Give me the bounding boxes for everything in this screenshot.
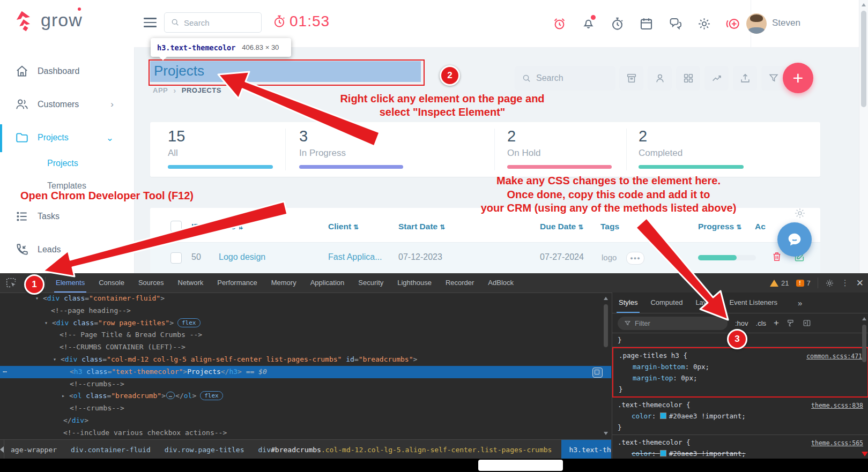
rule-selector[interactable]: .text-themecolor { — [618, 401, 690, 409]
breadcrumb-app[interactable]: APP — [153, 86, 168, 94]
cell-client-link[interactable]: Fast Applica... — [328, 252, 382, 262]
global-search-input[interactable]: Search — [164, 12, 262, 33]
flex-badge[interactable]: flex — [177, 318, 201, 327]
devtools-tab-lighthouse[interactable]: Lighthouse — [390, 273, 439, 293]
dom-node[interactable]: ▸<ol class="breadcrumb">…</ol>flex — [0, 390, 611, 402]
col-start-date[interactable]: Start Date⇅ — [398, 222, 445, 231]
rule-source-link[interactable]: common.scss:471 — [806, 351, 862, 362]
clients-button[interactable] — [648, 66, 672, 91]
col-due-date[interactable]: Due Date⇅ — [540, 222, 583, 231]
devtools-tab-recorder[interactable]: Recorder — [439, 273, 481, 293]
add-project-button[interactable]: + — [783, 63, 813, 93]
devtools-tab-memory[interactable]: Memory — [264, 273, 303, 293]
calendar-icon[interactable] — [639, 17, 654, 31]
devtools-tab-network[interactable]: Network — [171, 273, 211, 293]
dom-comment[interactable]: <!-- Page Title & Bread Crumbs --> — [0, 329, 611, 341]
tab-event-listeners[interactable]: Event Listeners — [723, 293, 784, 313]
devtools-settings-icon[interactable] — [825, 279, 834, 288]
color-swatch[interactable] — [660, 413, 666, 419]
widget-settings-icon[interactable] — [793, 207, 806, 220]
cell-title-link[interactable]: Logo design — [219, 252, 265, 262]
rule-selector[interactable]: .page-titles h3 { — [619, 351, 687, 359]
select-all-checkbox[interactable] — [170, 221, 182, 232]
crumb-container-fluid[interactable]: div.container-fluid — [71, 446, 151, 454]
new-rule-button[interactable]: + — [774, 318, 779, 328]
col-actions[interactable]: Ac — [755, 222, 766, 231]
tab-styles[interactable]: Styles — [612, 293, 644, 313]
export-button[interactable] — [733, 66, 757, 91]
rule-selector[interactable]: .text-themecolor { — [618, 438, 690, 446]
devtools-tab-sources[interactable]: Sources — [131, 273, 171, 293]
inspect-element-icon[interactable] — [5, 277, 17, 289]
dom-node[interactable]: ▾<div class="container-fluid"> — [0, 293, 611, 305]
devtools-tab-performance[interactable]: Performance — [210, 273, 264, 293]
row-checkbox[interactable] — [170, 252, 182, 264]
sidebar-item-projects[interactable]: Projects ⌄ — [0, 127, 134, 148]
css-property[interactable]: margin-top: 0px; — [619, 372, 863, 384]
scrollbar-thumb[interactable] — [604, 304, 608, 347]
devtools-tab-console[interactable]: Console — [92, 273, 131, 293]
crumb-breadcrumbs-div[interactable]: div#breadcrumbs.col-md-12.col-lg-5.align… — [258, 446, 552, 454]
devtools-tab-application[interactable]: Application — [303, 273, 352, 293]
settings-icon[interactable] — [697, 17, 711, 31]
devtools-tab-adblock[interactable]: AdBlock — [481, 273, 521, 293]
dom-comment[interactable]: <!--include various checkbox actions--> — [0, 427, 611, 439]
dom-comment[interactable]: <!--crumbs--> — [0, 402, 611, 415]
delete-icon[interactable] — [771, 251, 783, 263]
app-logo[interactable]: grow — [12, 6, 83, 33]
user-name[interactable]: Steven — [772, 18, 800, 28]
flex-badge[interactable]: flex — [200, 391, 223, 400]
crumb-h3-selected[interactable]: h3.text-themecolor — [561, 440, 611, 459]
css-property[interactable]: margin-bottom: 0px; — [619, 361, 863, 372]
css-rule-text-themecolor-838[interactable]: .text-themecolor { theme.scss:838 color:… — [612, 398, 868, 435]
scrollbar-thumb[interactable] — [862, 325, 866, 362]
dom-node[interactable]: ▾<div class="row page-titles">flex — [0, 317, 611, 329]
format-icon[interactable] — [787, 319, 795, 327]
toggle-hover-button[interactable]: :hov — [735, 319, 748, 327]
devtools-close-button[interactable]: ✕ — [856, 278, 864, 289]
elements-scrollbar[interactable] — [602, 293, 610, 439]
dom-comment[interactable]: <!--crumbs--> — [0, 378, 611, 391]
styles-filter-input[interactable]: Filter — [618, 317, 728, 330]
live-chat-button[interactable] — [777, 222, 812, 257]
rule-source-link[interactable]: theme.scss:565 — [811, 438, 863, 449]
issues-counter[interactable]: !7 — [796, 279, 811, 287]
alarm-icon[interactable] — [552, 17, 567, 31]
scroll-up-arrow[interactable] — [862, 3, 866, 6]
dom-node-selected[interactable]: <h3 class="text-themecolor">Projects</h3… — [0, 366, 611, 378]
table-row[interactable]: 50 Logo design Fast Applica... 07-12-202… — [150, 243, 820, 273]
css-property[interactable]: color: #20aee3 !important; — [618, 410, 864, 422]
stopwatch-icon[interactable] — [610, 17, 625, 31]
rule-source-link[interactable]: theme.scss:838 — [811, 400, 863, 411]
col-client[interactable]: Client⇅ — [328, 222, 359, 231]
more-tabs-icon[interactable]: » — [798, 298, 802, 308]
color-swatch[interactable] — [660, 450, 666, 456]
col-progress[interactable]: Progress⇅ — [698, 222, 741, 231]
timer[interactable]: 01:53 — [272, 13, 330, 30]
devtools-menu-icon[interactable]: ⋮ — [841, 278, 849, 288]
sidebar-item-leads[interactable]: Leads — [0, 239, 134, 260]
css-rule-page-titles[interactable]: .page-titles h3 { common.scss:471 margin… — [612, 347, 868, 398]
dom-comment[interactable]: <!--CRUMBS CONTAINER (LEFT)--> — [0, 341, 611, 354]
crumb-page-wrapper[interactable]: age-wrapper — [11, 446, 57, 454]
tab-layout[interactable]: Layout — [689, 293, 723, 313]
dom-comment[interactable]: <!--page heading--> — [0, 305, 611, 317]
avatar[interactable] — [746, 13, 767, 34]
styles-scrollbar[interactable] — [860, 314, 868, 459]
quick-add-icon[interactable] — [726, 17, 740, 31]
projects-search-input[interactable]: Search — [515, 66, 615, 91]
sidebar-item-dashboard[interactable]: Dashboard — [0, 61, 134, 82]
dom-node[interactable]: ▾<div class="col-md-12 col-lg-5 align-se… — [0, 354, 611, 366]
col-id[interactable]: ID⇅ — [191, 222, 207, 231]
sidebar-subitem-projects[interactable]: Projects — [47, 159, 78, 168]
scrollbar-thumb[interactable] — [861, 11, 866, 107]
analytics-button[interactable] — [704, 66, 729, 91]
notifications-button[interactable] — [581, 16, 596, 32]
back-arrow-button[interactable] — [0, 440, 4, 459]
css-property-overridden[interactable]: color: #20aee3 !important; — [618, 448, 864, 459]
col-tags[interactable]: Tags — [600, 222, 619, 231]
scroll-up-arrow[interactable] — [604, 297, 608, 300]
scroll-down-arrow[interactable] — [604, 432, 608, 435]
messages-icon[interactable] — [668, 17, 682, 31]
sidebar-item-customers[interactable]: Customers › — [0, 94, 134, 115]
